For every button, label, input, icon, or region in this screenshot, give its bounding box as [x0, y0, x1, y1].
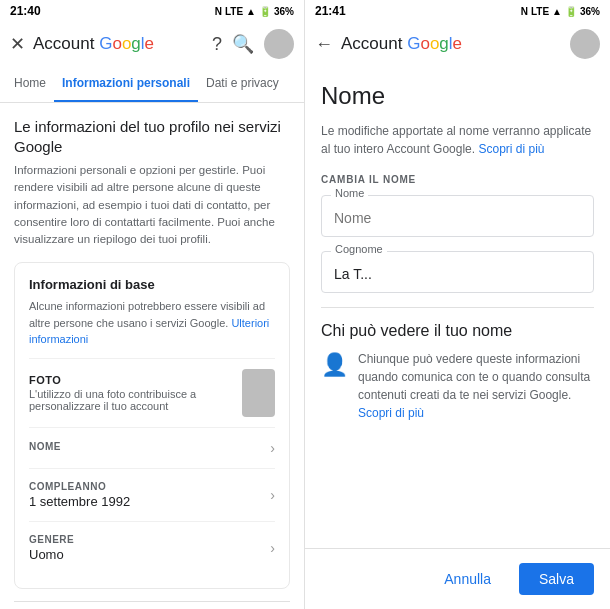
right-page-desc: Le modifiche apportate al nome verranno …: [321, 122, 594, 158]
back-icon[interactable]: ←: [315, 34, 333, 55]
right-battery-icon: 🔋: [565, 6, 577, 17]
visibility-link[interactable]: Scopri di più: [358, 406, 424, 420]
save-button[interactable]: Salva: [519, 563, 594, 595]
right-panel: 21:41 N LTE ▲ 🔋 36% ← Account Google Nom…: [305, 0, 610, 609]
basic-info-card: Informazioni di base Alcune informazioni…: [14, 262, 290, 589]
visibility-section: Chi può vedere il tuo nome 👤 Chiunque pu…: [321, 307, 594, 422]
left-signal-icon: ▲: [246, 6, 256, 17]
nome-input-group: Nome: [321, 195, 594, 237]
title-google-e: e: [145, 34, 154, 54]
people-icon: 👤: [321, 352, 348, 378]
right-desc-link[interactable]: Scopri di più: [478, 142, 544, 156]
left-network-icon: N: [215, 6, 222, 17]
title-google-o1: o: [112, 34, 121, 54]
left-battery-label: 36%: [274, 6, 294, 17]
right-status-bar: 21:41 N LTE ▲ 🔋 36%: [305, 0, 610, 22]
left-content: Le informazioni del tuo profilo nei serv…: [0, 103, 304, 609]
basic-info-title: Informazioni di base: [29, 277, 275, 292]
visibility-title: Chi può vedere il tuo nome: [321, 322, 594, 340]
field-row-nome[interactable]: NOME ›: [29, 427, 275, 468]
left-top-bar: ✕ Account Google ? 🔍: [0, 22, 304, 66]
chevron-icon-nome: ›: [270, 440, 275, 456]
field-row-compleanno[interactable]: COMPLEANNO 1 settembre 1992 ›: [29, 468, 275, 521]
chevron-icon-compleanno: ›: [270, 487, 275, 503]
action-buttons: Annulla Salva: [305, 548, 610, 609]
nome-label: Nome: [331, 187, 368, 199]
page-title: Nome: [321, 82, 594, 110]
hero-desc: Informazioni personali e opzioni per ges…: [14, 162, 290, 248]
close-icon[interactable]: ✕: [10, 33, 25, 55]
field-nome-info: NOME: [29, 441, 61, 454]
left-panel: 21:40 N LTE ▲ 🔋 36% ✕ Account Google ? 🔍…: [0, 0, 305, 609]
right-network-icon: N: [521, 6, 528, 17]
avatar[interactable]: [264, 29, 294, 59]
tab-informazioni[interactable]: Informazioni personali: [54, 66, 198, 102]
foto-label: FOTO: [29, 374, 242, 386]
cognome-input[interactable]: [321, 251, 594, 293]
left-battery-icon: 🔋: [259, 6, 271, 17]
title-google-g: G: [99, 34, 112, 54]
contatto-title: Informazioni di contatto: [14, 601, 290, 609]
foto-info: FOTO L'utilizzo di una foto contribuisce…: [29, 374, 242, 412]
help-icon[interactable]: ?: [212, 34, 222, 55]
right-app-title: Account Google: [341, 34, 562, 54]
foto-thumbnail: [242, 369, 275, 417]
tabs-bar: Home Informazioni personali Dati e priva…: [0, 66, 304, 103]
foto-row[interactable]: FOTO L'utilizzo di una foto contribuisce…: [29, 358, 275, 427]
title-google-g2: g: [131, 34, 140, 54]
right-battery-label: 36%: [580, 6, 600, 17]
field-row-genere[interactable]: GENERE Uomo ›: [29, 521, 275, 574]
field-compleanno-info: COMPLEANNO 1 settembre 1992: [29, 481, 130, 509]
left-app-title: Account Google: [33, 34, 204, 54]
right-time: 21:41: [315, 4, 346, 18]
search-icon[interactable]: 🔍: [232, 33, 254, 55]
section-label: CAMBIA IL NOME: [321, 174, 594, 185]
left-top-bar-icons: ? 🔍: [212, 29, 294, 59]
right-title-account: Account: [341, 34, 402, 54]
cancel-button[interactable]: Annulla: [428, 563, 507, 595]
tab-home[interactable]: Home: [6, 66, 54, 102]
title-account: Account: [33, 34, 94, 54]
tab-dati[interactable]: Dati e privacy: [198, 66, 287, 102]
nome-input[interactable]: [321, 195, 594, 237]
basic-info-desc: Alcune informazioni potrebbero essere vi…: [29, 298, 275, 348]
left-time: 21:40: [10, 4, 41, 18]
right-status-icons: N LTE ▲ 🔋 36%: [521, 6, 600, 17]
right-avatar[interactable]: [570, 29, 600, 59]
left-status-icons: N LTE ▲ 🔋 36%: [215, 6, 294, 17]
right-signal-icon: ▲: [552, 6, 562, 17]
right-lte-label: LTE: [531, 6, 549, 17]
left-lte-label: LTE: [225, 6, 243, 17]
chevron-icon-genere: ›: [270, 540, 275, 556]
visibility-row: 👤 Chiunque può vedere queste informazion…: [321, 350, 594, 422]
right-top-bar: ← Account Google: [305, 22, 610, 66]
field-genere-info: GENERE Uomo: [29, 534, 74, 562]
right-content: Nome Le modifiche apportate al nome verr…: [305, 66, 610, 548]
left-status-bar: 21:40 N LTE ▲ 🔋 36%: [0, 0, 304, 22]
foto-desc: L'utilizzo di una foto contribuisce a pe…: [29, 388, 242, 412]
cognome-input-group: Cognome: [321, 251, 594, 293]
visibility-desc: Chiunque può vedere queste informazioni …: [358, 350, 594, 422]
cognome-label: Cognome: [331, 243, 387, 255]
hero-title: Le informazioni del tuo profilo nei serv…: [14, 117, 290, 156]
title-google-o2: o: [122, 34, 131, 54]
